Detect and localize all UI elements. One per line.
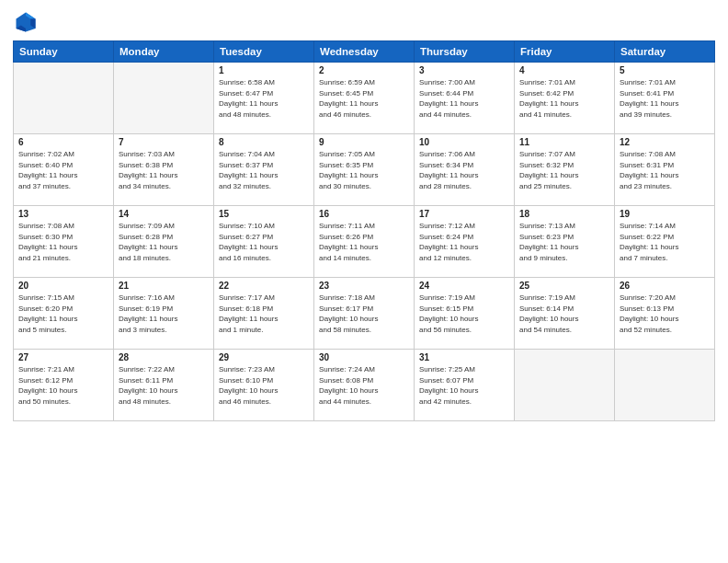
day-info: Sunrise: 7:12 AM Sunset: 6:24 PM Dayligh… xyxy=(419,221,509,263)
day-info: Sunrise: 7:15 AM Sunset: 6:20 PM Dayligh… xyxy=(18,293,108,335)
weekday-header-tuesday: Tuesday xyxy=(214,41,314,63)
calendar-cell: 25Sunrise: 7:19 AM Sunset: 6:14 PM Dayli… xyxy=(515,278,615,350)
calendar-cell: 21Sunrise: 7:16 AM Sunset: 6:19 PM Dayli… xyxy=(114,278,214,350)
day-info: Sunrise: 6:58 AM Sunset: 6:47 PM Dayligh… xyxy=(219,77,309,120)
calendar-cell: 24Sunrise: 7:19 AM Sunset: 6:15 PM Dayli… xyxy=(415,278,515,350)
day-number: 18 xyxy=(519,209,609,219)
day-number: 28 xyxy=(119,352,209,362)
day-number: 6 xyxy=(18,137,108,147)
weekday-header-row: SundayMondayTuesdayWednesdayThursdayFrid… xyxy=(14,41,715,63)
day-info: Sunrise: 7:25 AM Sunset: 6:07 PM Dayligh… xyxy=(419,364,509,407)
calendar-cell xyxy=(615,350,715,421)
day-info: Sunrise: 7:13 AM Sunset: 6:23 PM Dayligh… xyxy=(519,221,609,263)
day-info: Sunrise: 7:01 AM Sunset: 6:42 PM Dayligh… xyxy=(519,77,609,120)
day-number: 27 xyxy=(18,352,108,362)
day-number: 24 xyxy=(419,281,509,291)
day-number: 7 xyxy=(119,137,209,147)
day-info: Sunrise: 7:20 AM Sunset: 6:13 PM Dayligh… xyxy=(620,293,710,335)
day-number: 3 xyxy=(419,65,509,75)
day-info: Sunrise: 7:14 AM Sunset: 6:22 PM Dayligh… xyxy=(620,221,710,263)
day-info: Sunrise: 6:59 AM Sunset: 6:45 PM Dayligh… xyxy=(319,77,409,120)
day-info: Sunrise: 7:07 AM Sunset: 6:32 PM Dayligh… xyxy=(519,149,609,191)
day-info: Sunrise: 7:24 AM Sunset: 6:08 PM Dayligh… xyxy=(319,364,409,407)
calendar-cell: 4Sunrise: 7:01 AM Sunset: 6:42 PM Daylig… xyxy=(515,63,615,134)
week-row-3: 13Sunrise: 7:08 AM Sunset: 6:30 PM Dayli… xyxy=(14,206,715,278)
calendar-cell: 1Sunrise: 6:58 AM Sunset: 6:47 PM Daylig… xyxy=(214,63,314,134)
week-row-2: 6Sunrise: 7:02 AM Sunset: 6:40 PM Daylig… xyxy=(14,134,715,206)
calendar-cell: 22Sunrise: 7:17 AM Sunset: 6:18 PM Dayli… xyxy=(214,278,314,350)
weekday-header-saturday: Saturday xyxy=(615,41,715,63)
day-number: 21 xyxy=(119,281,209,291)
day-info: Sunrise: 7:02 AM Sunset: 6:40 PM Dayligh… xyxy=(18,149,108,191)
calendar-cell: 27Sunrise: 7:21 AM Sunset: 6:12 PM Dayli… xyxy=(14,350,114,421)
calendar-cell: 10Sunrise: 7:06 AM Sunset: 6:34 PM Dayli… xyxy=(415,134,515,206)
calendar-cell: 28Sunrise: 7:22 AM Sunset: 6:11 PM Dayli… xyxy=(114,350,214,421)
calendar-cell: 19Sunrise: 7:14 AM Sunset: 6:22 PM Dayli… xyxy=(615,206,715,278)
calendar-cell: 31Sunrise: 7:25 AM Sunset: 6:07 PM Dayli… xyxy=(415,350,515,421)
day-info: Sunrise: 7:18 AM Sunset: 6:17 PM Dayligh… xyxy=(319,293,409,335)
day-number: 4 xyxy=(519,65,609,75)
logo xyxy=(13,9,42,35)
day-number: 15 xyxy=(219,209,309,219)
calendar-cell: 5Sunrise: 7:01 AM Sunset: 6:41 PM Daylig… xyxy=(615,63,715,134)
calendar-cell: 15Sunrise: 7:10 AM Sunset: 6:27 PM Dayli… xyxy=(214,206,314,278)
weekday-header-sunday: Sunday xyxy=(14,41,114,63)
calendar-cell: 16Sunrise: 7:11 AM Sunset: 6:26 PM Dayli… xyxy=(314,206,415,278)
calendar-cell: 3Sunrise: 7:00 AM Sunset: 6:44 PM Daylig… xyxy=(415,63,515,134)
day-number: 22 xyxy=(219,281,309,291)
day-number: 19 xyxy=(620,209,710,219)
day-info: Sunrise: 7:01 AM Sunset: 6:41 PM Dayligh… xyxy=(620,77,710,120)
day-info: Sunrise: 7:19 AM Sunset: 6:15 PM Dayligh… xyxy=(419,293,509,335)
calendar-cell: 23Sunrise: 7:18 AM Sunset: 6:17 PM Dayli… xyxy=(314,278,415,350)
calendar-cell xyxy=(515,350,615,421)
day-number: 8 xyxy=(219,137,309,147)
day-number: 14 xyxy=(119,209,209,219)
day-info: Sunrise: 7:06 AM Sunset: 6:34 PM Dayligh… xyxy=(419,149,509,191)
calendar-cell: 29Sunrise: 7:23 AM Sunset: 6:10 PM Dayli… xyxy=(214,350,314,421)
calendar-cell: 14Sunrise: 7:09 AM Sunset: 6:28 PM Dayli… xyxy=(114,206,214,278)
day-info: Sunrise: 7:16 AM Sunset: 6:19 PM Dayligh… xyxy=(119,293,209,335)
day-number: 17 xyxy=(419,209,509,219)
day-number: 12 xyxy=(620,137,710,147)
day-info: Sunrise: 7:05 AM Sunset: 6:35 PM Dayligh… xyxy=(319,149,409,191)
calendar-cell: 7Sunrise: 7:03 AM Sunset: 6:38 PM Daylig… xyxy=(114,134,214,206)
day-number: 11 xyxy=(519,137,609,147)
day-number: 20 xyxy=(18,281,108,291)
calendar-cell: 17Sunrise: 7:12 AM Sunset: 6:24 PM Dayli… xyxy=(415,206,515,278)
weekday-header-wednesday: Wednesday xyxy=(314,41,415,63)
day-number: 16 xyxy=(319,209,409,219)
weekday-header-friday: Friday xyxy=(515,41,615,63)
day-info: Sunrise: 7:21 AM Sunset: 6:12 PM Dayligh… xyxy=(18,364,108,407)
calendar-cell xyxy=(114,63,214,134)
calendar-cell: 13Sunrise: 7:08 AM Sunset: 6:30 PM Dayli… xyxy=(14,206,114,278)
day-number: 29 xyxy=(219,352,309,362)
day-info: Sunrise: 7:03 AM Sunset: 6:38 PM Dayligh… xyxy=(119,149,209,191)
day-number: 26 xyxy=(620,281,710,291)
page: SundayMondayTuesdayWednesdayThursdayFrid… xyxy=(0,0,728,563)
weekday-header-thursday: Thursday xyxy=(415,41,515,63)
day-info: Sunrise: 7:08 AM Sunset: 6:30 PM Dayligh… xyxy=(18,221,108,263)
day-number: 9 xyxy=(319,137,409,147)
day-number: 2 xyxy=(319,65,409,75)
day-number: 25 xyxy=(519,281,609,291)
calendar-cell: 11Sunrise: 7:07 AM Sunset: 6:32 PM Dayli… xyxy=(515,134,615,206)
day-info: Sunrise: 7:10 AM Sunset: 6:27 PM Dayligh… xyxy=(219,221,309,263)
day-number: 5 xyxy=(620,65,710,75)
day-info: Sunrise: 7:19 AM Sunset: 6:14 PM Dayligh… xyxy=(519,293,609,335)
calendar-cell: 2Sunrise: 6:59 AM Sunset: 6:45 PM Daylig… xyxy=(314,63,415,134)
day-info: Sunrise: 7:11 AM Sunset: 6:26 PM Dayligh… xyxy=(319,221,409,263)
calendar-cell: 8Sunrise: 7:04 AM Sunset: 6:37 PM Daylig… xyxy=(214,134,314,206)
calendar-cell xyxy=(14,63,114,134)
week-row-4: 20Sunrise: 7:15 AM Sunset: 6:20 PM Dayli… xyxy=(14,278,715,350)
calendar-cell: 30Sunrise: 7:24 AM Sunset: 6:08 PM Dayli… xyxy=(314,350,415,421)
header xyxy=(13,9,715,35)
day-number: 31 xyxy=(419,352,509,362)
day-info: Sunrise: 7:17 AM Sunset: 6:18 PM Dayligh… xyxy=(219,293,309,335)
calendar-cell: 18Sunrise: 7:13 AM Sunset: 6:23 PM Dayli… xyxy=(515,206,615,278)
day-number: 10 xyxy=(419,137,509,147)
day-number: 13 xyxy=(18,209,108,219)
calendar-cell: 12Sunrise: 7:08 AM Sunset: 6:31 PM Dayli… xyxy=(615,134,715,206)
logo-icon xyxy=(13,9,39,35)
day-info: Sunrise: 7:09 AM Sunset: 6:28 PM Dayligh… xyxy=(119,221,209,263)
day-number: 30 xyxy=(319,352,409,362)
